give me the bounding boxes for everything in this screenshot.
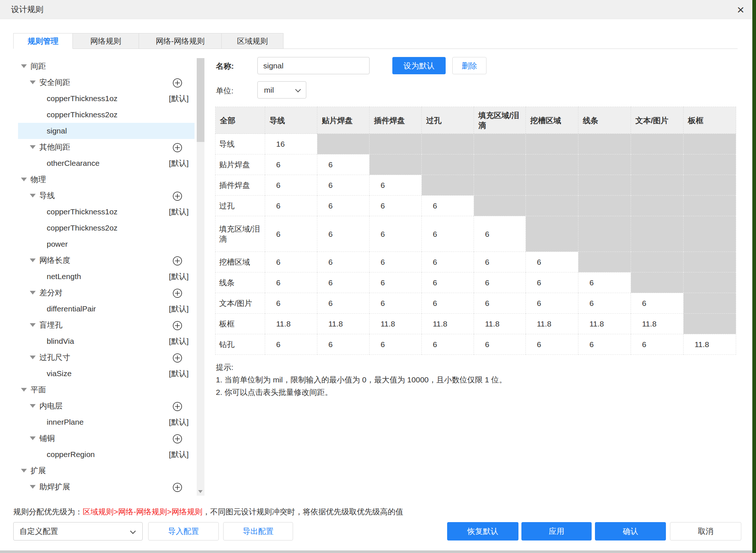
column-header[interactable]: 板框 [684, 107, 736, 134]
set-default-button[interactable]: 设为默认 [392, 57, 446, 74]
clearance-value-cell[interactable]: 6 [370, 196, 422, 216]
scroll-down-icon[interactable] [198, 490, 203, 493]
clearance-value-cell[interactable]: 6 [317, 272, 370, 293]
tab-region-rules[interactable]: 区域规则 [222, 33, 284, 49]
import-config-button[interactable]: 导入配置 [148, 522, 219, 540]
tree-item[interactable]: 铺铜 [18, 430, 195, 446]
clearance-value-cell[interactable]: 6 [265, 293, 317, 314]
tree-item[interactable]: 其他间距 [18, 139, 195, 155]
tree-item[interactable]: 平面 [18, 382, 195, 398]
clearance-value-cell[interactable]: 6 [317, 334, 370, 355]
column-header[interactable]: 贴片焊盘 [317, 107, 370, 134]
tree-item[interactable]: 导线 [18, 188, 195, 204]
clearance-value-cell[interactable]: 6 [474, 216, 526, 252]
clearance-value-cell[interactable]: 11.8 [474, 314, 526, 334]
tree-item[interactable]: innerPlane[默认] [18, 414, 195, 430]
tree-item[interactable]: 扩展 [18, 463, 195, 479]
expand-arrow-icon[interactable] [30, 404, 36, 408]
expand-arrow-icon[interactable] [30, 194, 36, 197]
tree-item[interactable]: copperThickness1oz[默认] [18, 204, 195, 220]
clearance-value-cell[interactable]: 6 [422, 272, 474, 293]
tree-item[interactable]: signal [18, 123, 195, 139]
unit-select[interactable]: mil [257, 81, 306, 99]
clearance-value-cell[interactable]: 11.8 [265, 314, 317, 334]
expand-arrow-icon[interactable] [30, 485, 36, 489]
clearance-value-cell[interactable]: 6 [370, 252, 422, 272]
clearance-value-cell[interactable]: 6 [422, 334, 474, 355]
row-header[interactable]: 贴片焊盘 [215, 154, 265, 175]
clearance-value-cell[interactable]: 6 [265, 334, 317, 355]
clearance-value-cell[interactable]: 6 [474, 293, 526, 314]
clearance-value-cell[interactable]: 6 [422, 293, 474, 314]
clearance-value-cell[interactable]: 6 [370, 175, 422, 196]
column-header[interactable]: 挖槽区域 [526, 107, 578, 134]
clearance-value-cell[interactable]: 6 [370, 272, 422, 293]
export-config-button[interactable]: 导出配置 [223, 522, 293, 540]
column-header[interactable]: 线条 [578, 107, 631, 134]
tree-item[interactable]: 盲埋孔 [18, 317, 195, 333]
clearance-value-cell[interactable]: 6 [370, 334, 422, 355]
clearance-value-cell[interactable]: 6 [474, 272, 526, 293]
tree-item[interactable]: 物理 [18, 171, 195, 188]
tree-item[interactable]: 间距 [18, 58, 195, 74]
clearance-value-cell[interactable]: 6 [526, 272, 578, 293]
tree-item[interactable]: copperThickness2oz [18, 107, 195, 123]
row-header[interactable]: 文本/图片 [215, 293, 265, 314]
tree-item[interactable]: netLength[默认] [18, 268, 195, 285]
tree-item[interactable]: copperRegion[默认] [18, 446, 195, 463]
add-rule-icon[interactable] [172, 142, 182, 152]
tree-scrollbar[interactable] [197, 58, 204, 496]
add-rule-icon[interactable] [172, 433, 182, 443]
tree-item[interactable]: 安全间距 [18, 74, 195, 90]
clearance-value-cell[interactable]: 6 [317, 196, 370, 216]
tree-item[interactable]: 过孔尺寸 [18, 349, 195, 365]
clearance-value-cell[interactable]: 6 [422, 252, 474, 272]
expand-arrow-icon[interactable] [21, 388, 27, 392]
clearance-value-cell[interactable]: 6 [631, 334, 684, 355]
clearance-value-cell[interactable]: 6 [474, 252, 526, 272]
clearance-value-cell[interactable]: 11.8 [526, 314, 578, 334]
cancel-button[interactable]: 取消 [670, 522, 741, 540]
clearance-value-cell[interactable]: 6 [265, 272, 317, 293]
clearance-value-cell[interactable]: 6 [317, 293, 370, 314]
tree-item[interactable]: viaSize[默认] [18, 365, 195, 382]
column-header[interactable]: 过孔 [422, 107, 474, 134]
clearance-value-cell[interactable]: 6 [265, 252, 317, 272]
column-header[interactable]: 插件焊盘 [370, 107, 422, 134]
clearance-value-cell[interactable]: 6 [631, 293, 684, 314]
clearance-value-cell[interactable]: 11.8 [317, 314, 370, 334]
scrollbar-thumb[interactable] [197, 58, 204, 142]
row-header[interactable]: 填充区域/泪滴 [215, 216, 265, 252]
expand-arrow-icon[interactable] [30, 291, 36, 295]
column-header[interactable]: 全部 [215, 107, 265, 134]
add-rule-icon[interactable] [172, 352, 182, 362]
tree-item[interactable]: blindVia[默认] [18, 333, 195, 349]
clearance-value-cell[interactable]: 6 [422, 196, 474, 216]
clearance-value-cell[interactable]: 6 [526, 293, 578, 314]
clearance-value-cell[interactable]: 11.8 [370, 314, 422, 334]
column-header[interactable]: 导线 [265, 107, 317, 134]
row-header[interactable]: 过孔 [215, 196, 265, 216]
row-header[interactable]: 线条 [215, 272, 265, 293]
apply-button[interactable]: 应用 [521, 522, 592, 540]
tab-rule-management[interactable]: 规则管理 [13, 33, 73, 49]
add-rule-icon[interactable] [172, 288, 182, 297]
row-header[interactable]: 钻孔 [215, 334, 265, 355]
expand-arrow-icon[interactable] [30, 145, 36, 149]
tree-item[interactable]: otherClearance[默认] [18, 155, 195, 171]
row-header[interactable]: 板框 [215, 314, 265, 334]
add-rule-icon[interactable] [172, 401, 182, 411]
clearance-value-cell[interactable]: 6 [370, 216, 422, 252]
row-header[interactable]: 插件焊盘 [215, 175, 265, 196]
clearance-value-cell[interactable]: 11.8 [422, 314, 474, 334]
clearance-value-cell[interactable]: 6 [265, 196, 317, 216]
clearance-value-cell[interactable]: 6 [474, 334, 526, 355]
clearance-value-cell[interactable]: 11.8 [684, 334, 736, 355]
config-select[interactable]: 自定义配置 [13, 522, 143, 540]
clearance-value-cell[interactable]: 6 [265, 216, 317, 252]
expand-arrow-icon[interactable] [30, 258, 36, 262]
expand-arrow-icon[interactable] [30, 81, 36, 84]
tab-net-rules[interactable]: 网络规则 [73, 33, 139, 49]
clearance-value-cell[interactable]: 6 [317, 216, 370, 252]
add-rule-icon[interactable] [172, 255, 182, 265]
